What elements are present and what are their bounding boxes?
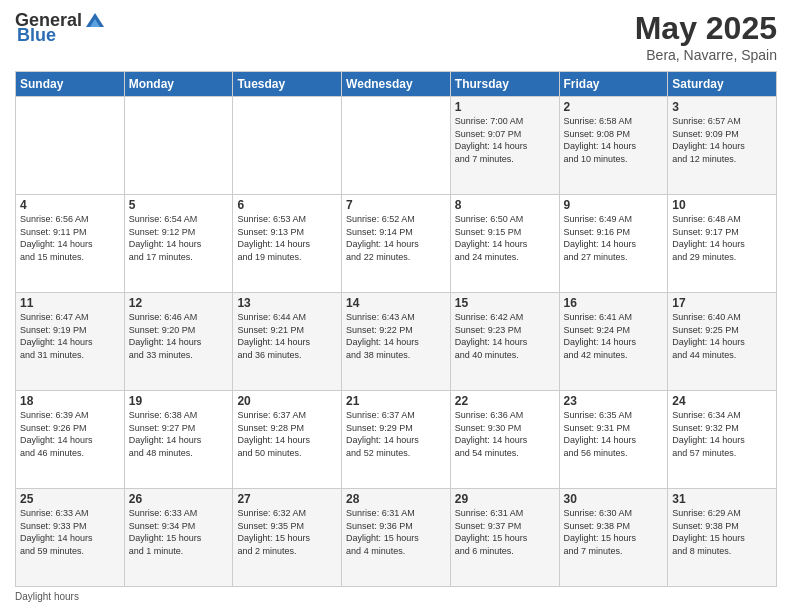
day-info: Sunrise: 6:50 AM Sunset: 9:15 PM Dayligh… (455, 213, 555, 263)
calendar-cell: 24Sunrise: 6:34 AM Sunset: 9:32 PM Dayli… (668, 391, 777, 489)
day-number: 3 (672, 100, 772, 114)
day-number: 16 (564, 296, 664, 310)
calendar-cell: 15Sunrise: 6:42 AM Sunset: 9:23 PM Dayli… (450, 293, 559, 391)
calendar-cell: 12Sunrise: 6:46 AM Sunset: 9:20 PM Dayli… (124, 293, 233, 391)
day-number: 17 (672, 296, 772, 310)
day-number: 8 (455, 198, 555, 212)
day-number: 19 (129, 394, 229, 408)
day-info: Sunrise: 6:49 AM Sunset: 9:16 PM Dayligh… (564, 213, 664, 263)
day-number: 14 (346, 296, 446, 310)
day-info: Sunrise: 6:47 AM Sunset: 9:19 PM Dayligh… (20, 311, 120, 361)
day-info: Sunrise: 6:48 AM Sunset: 9:17 PM Dayligh… (672, 213, 772, 263)
calendar-cell: 21Sunrise: 6:37 AM Sunset: 9:29 PM Dayli… (342, 391, 451, 489)
calendar-cell: 8Sunrise: 6:50 AM Sunset: 9:15 PM Daylig… (450, 195, 559, 293)
day-number: 12 (129, 296, 229, 310)
calendar-cell: 14Sunrise: 6:43 AM Sunset: 9:22 PM Dayli… (342, 293, 451, 391)
day-info: Sunrise: 6:37 AM Sunset: 9:28 PM Dayligh… (237, 409, 337, 459)
calendar: SundayMondayTuesdayWednesdayThursdayFrid… (15, 71, 777, 587)
day-number: 18 (20, 394, 120, 408)
day-info: Sunrise: 6:58 AM Sunset: 9:08 PM Dayligh… (564, 115, 664, 165)
day-number: 11 (20, 296, 120, 310)
calendar-cell: 5Sunrise: 6:54 AM Sunset: 9:12 PM Daylig… (124, 195, 233, 293)
calendar-cell: 4Sunrise: 6:56 AM Sunset: 9:11 PM Daylig… (16, 195, 125, 293)
calendar-cell: 30Sunrise: 6:30 AM Sunset: 9:38 PM Dayli… (559, 489, 668, 587)
day-info: Sunrise: 6:44 AM Sunset: 9:21 PM Dayligh… (237, 311, 337, 361)
calendar-cell: 13Sunrise: 6:44 AM Sunset: 9:21 PM Dayli… (233, 293, 342, 391)
day-info: Sunrise: 6:39 AM Sunset: 9:26 PM Dayligh… (20, 409, 120, 459)
calendar-cell: 22Sunrise: 6:36 AM Sunset: 9:30 PM Dayli… (450, 391, 559, 489)
day-info: Sunrise: 6:53 AM Sunset: 9:13 PM Dayligh… (237, 213, 337, 263)
day-number: 1 (455, 100, 555, 114)
calendar-cell: 11Sunrise: 6:47 AM Sunset: 9:19 PM Dayli… (16, 293, 125, 391)
calendar-cell: 3Sunrise: 6:57 AM Sunset: 9:09 PM Daylig… (668, 97, 777, 195)
calendar-cell: 26Sunrise: 6:33 AM Sunset: 9:34 PM Dayli… (124, 489, 233, 587)
calendar-cell: 16Sunrise: 6:41 AM Sunset: 9:24 PM Dayli… (559, 293, 668, 391)
day-number: 22 (455, 394, 555, 408)
day-info: Sunrise: 7:00 AM Sunset: 9:07 PM Dayligh… (455, 115, 555, 165)
col-header-sunday: Sunday (16, 72, 125, 97)
day-info: Sunrise: 6:56 AM Sunset: 9:11 PM Dayligh… (20, 213, 120, 263)
col-header-monday: Monday (124, 72, 233, 97)
day-info: Sunrise: 6:57 AM Sunset: 9:09 PM Dayligh… (672, 115, 772, 165)
day-info: Sunrise: 6:38 AM Sunset: 9:27 PM Dayligh… (129, 409, 229, 459)
col-header-friday: Friday (559, 72, 668, 97)
calendar-cell: 19Sunrise: 6:38 AM Sunset: 9:27 PM Dayli… (124, 391, 233, 489)
calendar-header-row: SundayMondayTuesdayWednesdayThursdayFrid… (16, 72, 777, 97)
calendar-cell: 25Sunrise: 6:33 AM Sunset: 9:33 PM Dayli… (16, 489, 125, 587)
day-number: 9 (564, 198, 664, 212)
day-number: 28 (346, 492, 446, 506)
calendar-cell: 7Sunrise: 6:52 AM Sunset: 9:14 PM Daylig… (342, 195, 451, 293)
calendar-cell (342, 97, 451, 195)
day-number: 29 (455, 492, 555, 506)
col-header-wednesday: Wednesday (342, 72, 451, 97)
day-number: 31 (672, 492, 772, 506)
week-row-2: 4Sunrise: 6:56 AM Sunset: 9:11 PM Daylig… (16, 195, 777, 293)
calendar-cell: 28Sunrise: 6:31 AM Sunset: 9:36 PM Dayli… (342, 489, 451, 587)
day-number: 27 (237, 492, 337, 506)
day-info: Sunrise: 6:29 AM Sunset: 9:38 PM Dayligh… (672, 507, 772, 557)
location: Bera, Navarre, Spain (635, 47, 777, 63)
day-number: 15 (455, 296, 555, 310)
week-row-5: 25Sunrise: 6:33 AM Sunset: 9:33 PM Dayli… (16, 489, 777, 587)
title-block: May 2025 Bera, Navarre, Spain (635, 10, 777, 63)
day-info: Sunrise: 6:46 AM Sunset: 9:20 PM Dayligh… (129, 311, 229, 361)
day-info: Sunrise: 6:33 AM Sunset: 9:34 PM Dayligh… (129, 507, 229, 557)
day-info: Sunrise: 6:36 AM Sunset: 9:30 PM Dayligh… (455, 409, 555, 459)
calendar-cell (233, 97, 342, 195)
day-number: 23 (564, 394, 664, 408)
day-number: 6 (237, 198, 337, 212)
day-info: Sunrise: 6:35 AM Sunset: 9:31 PM Dayligh… (564, 409, 664, 459)
header: General Blue May 2025 Bera, Navarre, Spa… (15, 10, 777, 63)
logo-icon (84, 9, 106, 31)
day-number: 20 (237, 394, 337, 408)
col-header-saturday: Saturday (668, 72, 777, 97)
col-header-tuesday: Tuesday (233, 72, 342, 97)
calendar-cell: 17Sunrise: 6:40 AM Sunset: 9:25 PM Dayli… (668, 293, 777, 391)
calendar-cell: 9Sunrise: 6:49 AM Sunset: 9:16 PM Daylig… (559, 195, 668, 293)
calendar-cell: 18Sunrise: 6:39 AM Sunset: 9:26 PM Dayli… (16, 391, 125, 489)
calendar-cell (16, 97, 125, 195)
day-info: Sunrise: 6:43 AM Sunset: 9:22 PM Dayligh… (346, 311, 446, 361)
calendar-cell: 23Sunrise: 6:35 AM Sunset: 9:31 PM Dayli… (559, 391, 668, 489)
logo: General Blue (15, 10, 106, 46)
calendar-cell: 29Sunrise: 6:31 AM Sunset: 9:37 PM Dayli… (450, 489, 559, 587)
calendar-cell (124, 97, 233, 195)
week-row-3: 11Sunrise: 6:47 AM Sunset: 9:19 PM Dayli… (16, 293, 777, 391)
day-info: Sunrise: 6:54 AM Sunset: 9:12 PM Dayligh… (129, 213, 229, 263)
day-info: Sunrise: 6:42 AM Sunset: 9:23 PM Dayligh… (455, 311, 555, 361)
day-info: Sunrise: 6:41 AM Sunset: 9:24 PM Dayligh… (564, 311, 664, 361)
day-info: Sunrise: 6:31 AM Sunset: 9:36 PM Dayligh… (346, 507, 446, 557)
week-row-4: 18Sunrise: 6:39 AM Sunset: 9:26 PM Dayli… (16, 391, 777, 489)
day-number: 4 (20, 198, 120, 212)
day-info: Sunrise: 6:32 AM Sunset: 9:35 PM Dayligh… (237, 507, 337, 557)
day-number: 26 (129, 492, 229, 506)
day-info: Sunrise: 6:31 AM Sunset: 9:37 PM Dayligh… (455, 507, 555, 557)
day-number: 24 (672, 394, 772, 408)
day-info: Sunrise: 6:33 AM Sunset: 9:33 PM Dayligh… (20, 507, 120, 557)
day-number: 10 (672, 198, 772, 212)
month-title: May 2025 (635, 10, 777, 47)
day-info: Sunrise: 6:34 AM Sunset: 9:32 PM Dayligh… (672, 409, 772, 459)
col-header-thursday: Thursday (450, 72, 559, 97)
calendar-cell: 31Sunrise: 6:29 AM Sunset: 9:38 PM Dayli… (668, 489, 777, 587)
calendar-cell: 20Sunrise: 6:37 AM Sunset: 9:28 PM Dayli… (233, 391, 342, 489)
